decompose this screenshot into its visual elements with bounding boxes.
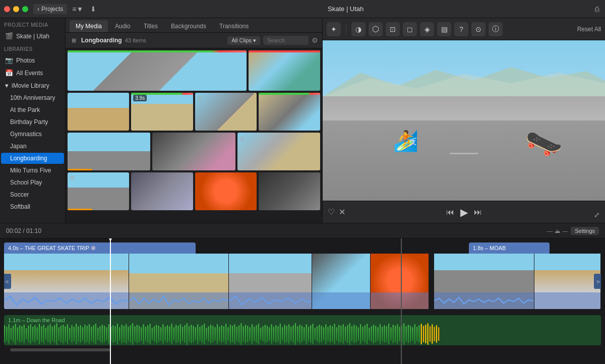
- tab-audio[interactable]: Audio: [109, 20, 137, 32]
- person-button[interactable]: ⊙: [471, 22, 486, 36]
- timeline-tracks[interactable]: 4.0s – THE GREAT SKATE TRIP 1.8s – MOAB …: [0, 238, 605, 364]
- svg-rect-35: [76, 324, 77, 344]
- svg-rect-197: [428, 323, 429, 345]
- sidebar-item-atthepark[interactable]: At the Park: [1, 104, 64, 115]
- sidebar-item-longboarding[interactable]: Longboarding: [1, 153, 64, 164]
- reject-button[interactable]: ✕: [339, 207, 345, 217]
- project-section-label: PROJECT MEDIA: [0, 18, 65, 30]
- sidebar-item-10th[interactable]: 10th Anniversary: [1, 92, 64, 103]
- svg-rect-87: [189, 326, 190, 342]
- media-thumb[interactable]: [249, 50, 320, 91]
- favorite-button[interactable]: ♡: [328, 207, 335, 217]
- settings-button[interactable]: Settings: [571, 227, 599, 235]
- frame-segment[interactable]: [371, 254, 429, 309]
- sidebar-item-japan[interactable]: Japan: [1, 141, 64, 152]
- frame-segment[interactable]: [129, 254, 229, 309]
- sidebar-item-photos[interactable]: 📷 Photos: [1, 54, 64, 66]
- frame-segment[interactable]: [534, 254, 601, 309]
- media-thumb[interactable]: [152, 133, 235, 170]
- share-button[interactable]: ⎙: [593, 4, 601, 14]
- frame-segment[interactable]: [229, 254, 312, 309]
- grid-view-button[interactable]: ⊞: [70, 36, 78, 45]
- tab-transitions[interactable]: Transitions: [213, 20, 255, 32]
- minimize-btn[interactable]: [13, 6, 19, 12]
- separator: [346, 24, 346, 34]
- media-thumb[interactable]: [68, 50, 247, 91]
- svg-rect-91: [197, 324, 198, 344]
- svg-rect-18: [39, 324, 40, 344]
- projects-button[interactable]: ‹ Projects: [33, 4, 67, 14]
- tab-backgrounds[interactable]: Backgrounds: [165, 20, 212, 32]
- sidebar-item-birthday[interactable]: Birthday Party: [1, 116, 64, 128]
- magic-wand-button[interactable]: ✦: [327, 22, 341, 36]
- chart-button[interactable]: ▤: [437, 22, 451, 36]
- sidebar-item-milo[interactable]: Milo Turns Five: [1, 165, 64, 176]
- svg-rect-38: [82, 327, 83, 341]
- svg-rect-67: [145, 327, 146, 341]
- playhead[interactable]: [110, 238, 111, 364]
- rewind-button[interactable]: ⏮: [446, 208, 454, 217]
- media-thumb[interactable]: [259, 93, 320, 131]
- svg-rect-41: [89, 324, 90, 344]
- fast-forward-button[interactable]: ⏭: [474, 208, 482, 217]
- svg-rect-43: [93, 325, 94, 343]
- audio-button[interactable]: ◈: [420, 22, 434, 36]
- color-wheel-button[interactable]: ⬡: [369, 22, 383, 36]
- close-btn[interactable]: [4, 6, 10, 12]
- frame-segment[interactable]: [312, 254, 371, 309]
- expand-button[interactable]: ⤢: [594, 211, 600, 219]
- media-thumb[interactable]: [195, 172, 257, 210]
- svg-rect-126: [273, 327, 274, 341]
- svg-rect-170: [369, 328, 370, 340]
- video-preview: 🛹 🏄: [323, 40, 605, 201]
- sidebar-item-project[interactable]: 🎬 Skate | Utah: [1, 30, 64, 42]
- events-icon: 📅: [5, 69, 13, 77]
- svg-rect-174: [378, 327, 379, 341]
- info-button[interactable]: ⓘ: [489, 22, 503, 36]
- tab-my-media[interactable]: My Media: [70, 20, 108, 32]
- media-thumb[interactable]: ⚙: [68, 172, 129, 210]
- crop-button[interactable]: ⊡: [386, 22, 400, 36]
- media-thumb[interactable]: [68, 133, 150, 170]
- svg-rect-120: [260, 328, 261, 340]
- trim-left-icon[interactable]: ⊲: [4, 274, 11, 289]
- svg-rect-55: [119, 327, 120, 341]
- sidebar-item-soccer[interactable]: Soccer: [1, 189, 64, 200]
- audio-track[interactable]: 1.1m – Down the Road: [4, 315, 601, 345]
- svg-rect-101: [219, 327, 220, 341]
- media-thumb[interactable]: [259, 172, 320, 210]
- play-button[interactable]: ▶: [460, 206, 468, 218]
- frame-segment-moab[interactable]: [434, 254, 534, 309]
- svg-rect-155: [336, 327, 337, 341]
- sidebar-item-schoolplay[interactable]: School Play: [1, 177, 64, 188]
- sidebar-item-gymnastics[interactable]: Gymnastics: [1, 129, 64, 140]
- like-dislike-controls: ♡ ✕: [328, 207, 345, 217]
- filter-button[interactable]: All Clips ▾: [227, 36, 260, 45]
- import-button[interactable]: ≡▼: [70, 4, 85, 14]
- svg-rect-69: [149, 324, 150, 344]
- download-button[interactable]: ⬇: [88, 4, 98, 14]
- reset-all-button[interactable]: Reset All: [577, 26, 601, 33]
- maximize-btn[interactable]: [22, 6, 28, 12]
- svg-rect-158: [343, 324, 344, 344]
- search-input[interactable]: [263, 36, 309, 45]
- sidebar-item-all-events[interactable]: 📅 All Events: [1, 67, 64, 79]
- media-thumb[interactable]: ◎: [195, 93, 257, 131]
- color-correct-button[interactable]: ◑: [351, 22, 366, 36]
- media-thumb[interactable]: ◎: [237, 133, 320, 170]
- trim-right-icon[interactable]: ⊳: [594, 274, 601, 289]
- camera-filter-button[interactable]: ◻: [403, 22, 417, 36]
- sidebar-imovie-library[interactable]: ▾ iMovie Library: [1, 80, 64, 91]
- gear-icon[interactable]: ⚙: [312, 36, 318, 44]
- media-row: ◎: [68, 133, 320, 170]
- media-thumb[interactable]: [131, 172, 193, 210]
- svg-rect-177: [384, 325, 385, 343]
- audio-label: 1.1m – Down the Road: [8, 317, 65, 323]
- svg-rect-89: [193, 326, 194, 342]
- sidebar-item-softball[interactable]: Softball: [1, 201, 64, 212]
- question-button[interactable]: ?: [454, 22, 468, 36]
- tab-titles[interactable]: Titles: [138, 20, 164, 32]
- media-thumb[interactable]: 3.9s: [131, 93, 193, 131]
- media-thumb[interactable]: [68, 93, 129, 131]
- svg-rect-73: [158, 326, 159, 342]
